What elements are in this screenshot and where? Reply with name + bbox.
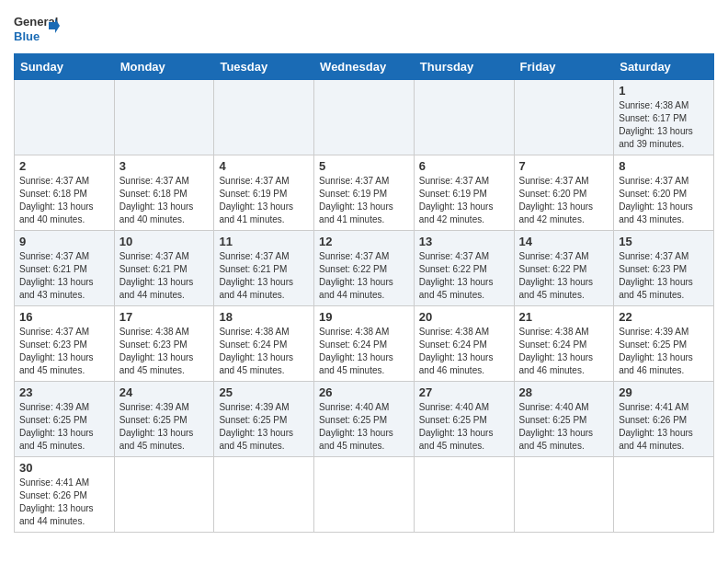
day-info: Sunrise: 4:37 AM Sunset: 6:22 PM Dayligh… (419, 250, 509, 302)
calendar-cell (15, 80, 115, 155)
day-info: Sunrise: 4:39 AM Sunset: 6:25 PM Dayligh… (219, 401, 309, 453)
calendar-cell: 25Sunrise: 4:39 AM Sunset: 6:25 PM Dayli… (214, 382, 314, 457)
day-number: 25 (219, 385, 309, 399)
weekday-thursday: Thursday (414, 54, 514, 80)
day-info: Sunrise: 4:37 AM Sunset: 6:20 PM Dayligh… (619, 175, 709, 226)
calendar-cell (114, 80, 214, 155)
day-number: 1 (619, 84, 709, 98)
day-info: Sunrise: 4:37 AM Sunset: 6:21 PM Dayligh… (219, 250, 309, 302)
calendar-cell: 2Sunrise: 4:37 AM Sunset: 6:18 PM Daylig… (15, 155, 115, 231)
calendar-cell: 12Sunrise: 4:37 AM Sunset: 6:22 PM Dayli… (314, 231, 415, 306)
calendar-body: 1Sunrise: 4:38 AM Sunset: 6:17 PM Daylig… (15, 80, 714, 533)
day-info: Sunrise: 4:37 AM Sunset: 6:22 PM Dayligh… (319, 250, 409, 302)
day-info: Sunrise: 4:37 AM Sunset: 6:19 PM Dayligh… (219, 175, 309, 226)
day-number: 15 (619, 235, 709, 248)
calendar-cell (114, 457, 214, 533)
day-info: Sunrise: 4:37 AM Sunset: 6:21 PM Dayligh… (19, 250, 109, 302)
weekday-monday: Monday (114, 54, 214, 80)
calendar-cell: 1Sunrise: 4:38 AM Sunset: 6:17 PM Daylig… (614, 80, 714, 155)
weekday-sunday: Sunday (15, 54, 115, 80)
day-info: Sunrise: 4:37 AM Sunset: 6:18 PM Dayligh… (19, 175, 109, 226)
day-info: Sunrise: 4:37 AM Sunset: 6:19 PM Dayligh… (319, 175, 409, 226)
svg-text:Blue: Blue (14, 29, 40, 43)
day-info: Sunrise: 4:37 AM Sunset: 6:22 PM Dayligh… (519, 250, 609, 302)
calendar-cell: 23Sunrise: 4:39 AM Sunset: 6:25 PM Dayli… (15, 382, 115, 457)
day-info: Sunrise: 4:40 AM Sunset: 6:25 PM Dayligh… (319, 401, 409, 453)
week-row-5: 23Sunrise: 4:39 AM Sunset: 6:25 PM Dayli… (15, 382, 714, 457)
week-row-6: 30Sunrise: 4:41 AM Sunset: 6:26 PM Dayli… (15, 457, 714, 533)
calendar-cell: 29Sunrise: 4:41 AM Sunset: 6:26 PM Dayli… (614, 382, 714, 457)
day-info: Sunrise: 4:40 AM Sunset: 6:25 PM Dayligh… (419, 401, 509, 453)
calendar-cell: 19Sunrise: 4:38 AM Sunset: 6:24 PM Dayli… (314, 306, 415, 382)
calendar-cell: 14Sunrise: 4:37 AM Sunset: 6:22 PM Dayli… (514, 231, 614, 306)
week-row-1: 1Sunrise: 4:38 AM Sunset: 6:17 PM Daylig… (15, 80, 714, 155)
day-number: 17 (119, 310, 210, 324)
day-info: Sunrise: 4:37 AM Sunset: 6:19 PM Dayligh… (419, 175, 509, 226)
day-number: 27 (419, 385, 509, 399)
day-info: Sunrise: 4:38 AM Sunset: 6:24 PM Dayligh… (419, 326, 509, 377)
day-number: 8 (619, 159, 709, 173)
calendar-header: SundayMondayTuesdayWednesdayThursdayFrid… (15, 54, 714, 80)
weekday-saturday: Saturday (614, 54, 714, 80)
day-number: 21 (519, 310, 609, 324)
calendar-cell: 22Sunrise: 4:39 AM Sunset: 6:25 PM Dayli… (614, 306, 714, 382)
day-info: Sunrise: 4:37 AM Sunset: 6:23 PM Dayligh… (19, 326, 109, 377)
day-info: Sunrise: 4:37 AM Sunset: 6:18 PM Dayligh… (119, 175, 210, 226)
day-info: Sunrise: 4:39 AM Sunset: 6:25 PM Dayligh… (119, 401, 210, 453)
calendar-cell (614, 457, 714, 533)
day-number: 14 (519, 235, 609, 248)
day-info: Sunrise: 4:41 AM Sunset: 6:26 PM Dayligh… (619, 401, 709, 453)
weekday-friday: Friday (514, 54, 614, 80)
calendar-cell: 9Sunrise: 4:37 AM Sunset: 6:21 PM Daylig… (15, 231, 115, 306)
day-number: 4 (219, 159, 309, 173)
calendar-cell: 27Sunrise: 4:40 AM Sunset: 6:25 PM Dayli… (414, 382, 514, 457)
day-number: 24 (119, 385, 210, 399)
calendar-cell: 28Sunrise: 4:40 AM Sunset: 6:25 PM Dayli… (514, 382, 614, 457)
calendar-cell: 10Sunrise: 4:37 AM Sunset: 6:21 PM Dayli… (114, 231, 214, 306)
day-number: 19 (319, 310, 409, 324)
day-number: 10 (119, 235, 210, 248)
logo-svg: General Blue (14, 9, 60, 46)
calendar-cell (414, 457, 514, 533)
calendar-cell: 26Sunrise: 4:40 AM Sunset: 6:25 PM Dayli… (314, 382, 415, 457)
calendar-cell (214, 457, 314, 533)
day-number: 29 (619, 385, 709, 399)
calendar-cell: 15Sunrise: 4:37 AM Sunset: 6:23 PM Dayli… (614, 231, 714, 306)
day-info: Sunrise: 4:38 AM Sunset: 6:23 PM Dayligh… (119, 326, 210, 377)
day-number: 28 (519, 385, 609, 399)
day-info: Sunrise: 4:39 AM Sunset: 6:25 PM Dayligh… (619, 326, 709, 377)
calendar-cell: 18Sunrise: 4:38 AM Sunset: 6:24 PM Dayli… (214, 306, 314, 382)
day-info: Sunrise: 4:37 AM Sunset: 6:21 PM Dayligh… (119, 250, 210, 302)
day-number: 5 (319, 159, 409, 173)
weekday-wednesday: Wednesday (314, 54, 415, 80)
day-number: 2 (19, 159, 109, 173)
weekday-row: SundayMondayTuesdayWednesdayThursdayFrid… (15, 54, 714, 80)
day-info: Sunrise: 4:38 AM Sunset: 6:24 PM Dayligh… (219, 326, 309, 377)
day-info: Sunrise: 4:38 AM Sunset: 6:24 PM Dayligh… (319, 326, 409, 377)
day-number: 16 (19, 310, 109, 324)
calendar-cell (514, 80, 614, 155)
day-number: 20 (419, 310, 509, 324)
day-info: Sunrise: 4:40 AM Sunset: 6:25 PM Dayligh… (519, 401, 609, 453)
svg-rect-3 (49, 22, 55, 29)
day-info: Sunrise: 4:41 AM Sunset: 6:26 PM Dayligh… (19, 477, 109, 528)
week-row-4: 16Sunrise: 4:37 AM Sunset: 6:23 PM Dayli… (15, 306, 714, 382)
calendar-cell: 17Sunrise: 4:38 AM Sunset: 6:23 PM Dayli… (114, 306, 214, 382)
day-number: 23 (19, 385, 109, 399)
day-number: 22 (619, 310, 709, 324)
day-number: 3 (119, 159, 210, 173)
calendar-cell (514, 457, 614, 533)
calendar-cell: 13Sunrise: 4:37 AM Sunset: 6:22 PM Dayli… (414, 231, 514, 306)
calendar-table: SundayMondayTuesdayWednesdayThursdayFrid… (14, 53, 714, 533)
calendar-cell: 3Sunrise: 4:37 AM Sunset: 6:18 PM Daylig… (114, 155, 214, 231)
calendar-cell: 30Sunrise: 4:41 AM Sunset: 6:26 PM Dayli… (15, 457, 115, 533)
calendar-cell: 11Sunrise: 4:37 AM Sunset: 6:21 PM Dayli… (214, 231, 314, 306)
calendar-cell: 8Sunrise: 4:37 AM Sunset: 6:20 PM Daylig… (614, 155, 714, 231)
day-number: 26 (319, 385, 409, 399)
day-number: 13 (419, 235, 509, 248)
calendar-cell (314, 80, 415, 155)
day-number: 7 (519, 159, 609, 173)
day-number: 12 (319, 235, 409, 248)
calendar-cell: 5Sunrise: 4:37 AM Sunset: 6:19 PM Daylig… (314, 155, 415, 231)
week-row-3: 9Sunrise: 4:37 AM Sunset: 6:21 PM Daylig… (15, 231, 714, 306)
